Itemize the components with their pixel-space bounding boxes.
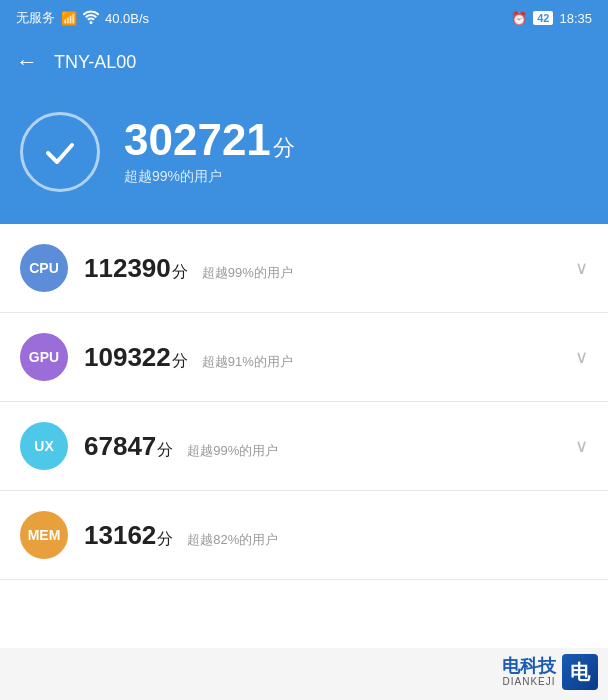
- score-cpu: 112390分: [84, 253, 188, 284]
- score-group-mem: 13162分 超越82%的用户: [84, 520, 588, 551]
- carrier-label: 无服务: [16, 9, 55, 27]
- network-speed: 40.0B/s: [105, 11, 149, 26]
- watermark-cn: 电科技: [502, 657, 556, 677]
- page-title: TNY-AL00: [54, 52, 136, 73]
- status-right: ⏰ 42 18:35: [511, 11, 592, 26]
- watermark-en: DIANKEJI: [502, 676, 556, 687]
- percent-ux: 超越99%的用户: [187, 442, 278, 460]
- alarm-icon: ⏰: [511, 11, 527, 26]
- chevron-cpu-icon: ∨: [575, 257, 588, 279]
- badge-cpu: CPU: [20, 244, 68, 292]
- score-group-gpu: 109322分 超越91%的用户: [84, 342, 567, 373]
- score-group-ux: 67847分 超越99%的用户: [84, 431, 567, 462]
- battery-label: 42: [533, 11, 553, 25]
- watermark-logo: 电: [562, 654, 598, 690]
- percent-gpu: 超越91%的用户: [202, 353, 293, 371]
- score-group-cpu: 112390分 超越99%的用户: [84, 253, 567, 284]
- badge-mem: MEM: [20, 511, 68, 559]
- score-mem: 13162分: [84, 520, 173, 551]
- percent-cpu: 超越99%的用户: [202, 264, 293, 282]
- signal-icon: 📶: [61, 11, 77, 26]
- items-list: CPU 112390分 超越99%的用户 ∨ GPU 109322分 超越91%…: [0, 224, 608, 648]
- item-row-ux[interactable]: UX 67847分 超越99%的用户 ∨: [0, 402, 608, 491]
- watermark: 电科技 DIANKEJI 电: [502, 654, 598, 690]
- time-label: 18:35: [559, 11, 592, 26]
- watermark-text: 电科技 DIANKEJI: [502, 657, 556, 688]
- badge-ux: UX: [20, 422, 68, 470]
- wifi-icon: [83, 10, 99, 27]
- back-button[interactable]: ←: [16, 49, 38, 75]
- check-circle: [20, 112, 100, 192]
- percent-mem: 超越82%的用户: [187, 531, 278, 549]
- total-score: 302721分: [124, 118, 295, 162]
- score-gpu: 109322分: [84, 342, 188, 373]
- item-row-gpu[interactable]: GPU 109322分 超越91%的用户 ∨: [0, 313, 608, 402]
- status-bar: 无服务 📶 40.0B/s ⏰ 42 18:35: [0, 0, 608, 36]
- score-subtitle: 超越99%的用户: [124, 168, 295, 186]
- score-info: 302721分 超越99%的用户: [124, 118, 295, 186]
- score-ux: 67847分: [84, 431, 173, 462]
- status-left: 无服务 📶 40.0B/s: [16, 9, 149, 27]
- chevron-ux-icon: ∨: [575, 435, 588, 457]
- item-row-mem[interactable]: MEM 13162分 超越82%的用户: [0, 491, 608, 580]
- score-section: 302721分 超越99%的用户: [0, 88, 608, 224]
- item-row-cpu[interactable]: CPU 112390分 超越99%的用户 ∨: [0, 224, 608, 313]
- app-header: ← TNY-AL00: [0, 36, 608, 88]
- chevron-gpu-icon: ∨: [575, 346, 588, 368]
- badge-gpu: GPU: [20, 333, 68, 381]
